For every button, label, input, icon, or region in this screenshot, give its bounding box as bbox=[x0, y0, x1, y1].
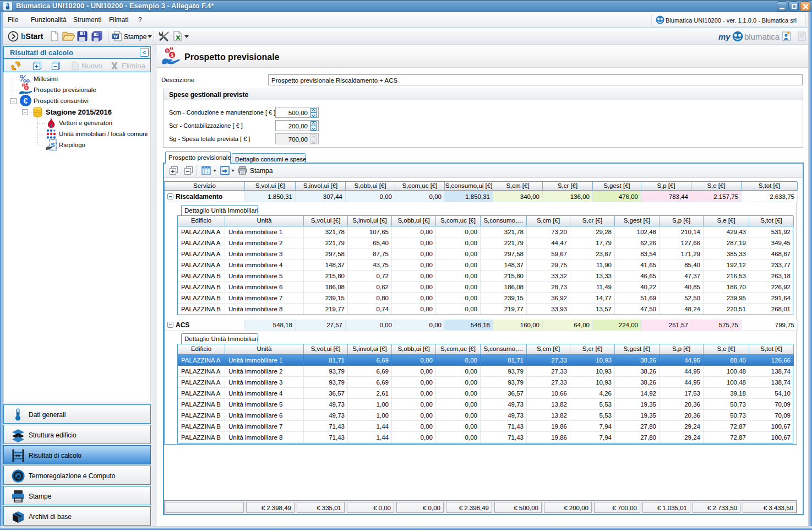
svg-text:W: W bbox=[113, 34, 118, 39]
svg-text:$: $ bbox=[166, 49, 168, 53]
svg-text:$: $ bbox=[23, 84, 25, 87]
svg-text:$: $ bbox=[171, 52, 173, 58]
svg-text:€: € bbox=[24, 96, 28, 105]
svg-text:$: $ bbox=[25, 86, 28, 90]
